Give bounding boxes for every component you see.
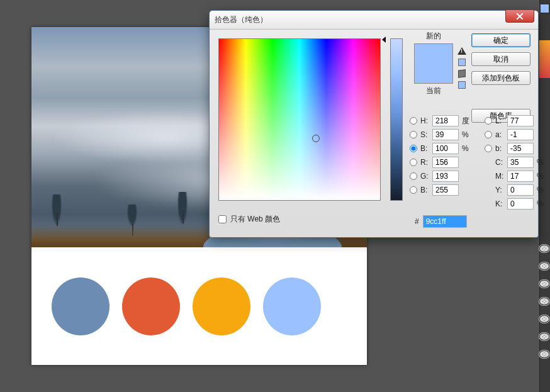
- preview-new: [415, 44, 452, 64]
- numeric-fields: H: 度 L: S: % a: B: % b:: [410, 115, 544, 210]
- unit-s: %: [461, 130, 469, 139]
- gamut-swatch-icon[interactable]: [458, 59, 466, 66]
- input-l[interactable]: [507, 115, 534, 126]
- input-c[interactable]: [507, 157, 534, 168]
- unit-h: 度: [461, 116, 469, 126]
- label-k: K:: [495, 199, 505, 208]
- radio-r[interactable]: [410, 159, 417, 166]
- radio-b-blue[interactable]: [410, 186, 417, 194]
- unit-k: %: [536, 199, 544, 208]
- input-h[interactable]: [432, 115, 459, 126]
- panel-gradient-thumb: [539, 40, 550, 78]
- layer-visibility-column: [539, 245, 550, 357]
- web-only-checkbox[interactable]: [218, 215, 227, 223]
- field-marker-icon: [382, 36, 386, 43]
- dialog-titlebar[interactable]: 拾色器（纯色）: [210, 11, 538, 30]
- palette-row: [31, 247, 367, 365]
- input-g[interactable]: [432, 171, 459, 182]
- close-button[interactable]: [505, 10, 534, 23]
- hex-prefix: #: [415, 217, 419, 226]
- input-lab-b[interactable]: [507, 143, 534, 154]
- input-a[interactable]: [507, 129, 534, 140]
- label-g: G:: [420, 172, 430, 181]
- sv-cursor-icon: [312, 135, 320, 142]
- eye-icon[interactable]: [540, 263, 549, 269]
- palette-swatch: [52, 277, 109, 335]
- gamut-warning-icon[interactable]: [457, 47, 466, 55]
- color-preview: 新的 当前: [412, 31, 456, 98]
- web-only-label: 只有 Web 颜色: [230, 214, 280, 225]
- palette-swatch: [263, 277, 321, 335]
- ok-button[interactable]: 确定: [471, 33, 530, 47]
- unit-y: %: [536, 186, 544, 194]
- eye-icon[interactable]: [540, 316, 549, 322]
- hex-input[interactable]: [423, 215, 467, 228]
- eye-icon[interactable]: [540, 298, 549, 305]
- label-bv: B:: [420, 144, 430, 153]
- palette-swatch: [193, 277, 250, 335]
- label-c: C:: [495, 158, 505, 167]
- radio-l[interactable]: [485, 117, 492, 125]
- input-bv[interactable]: [432, 143, 459, 154]
- label-lab-b: b:: [495, 144, 505, 153]
- close-icon: [516, 13, 524, 20]
- input-bc[interactable]: [432, 184, 459, 196]
- cancel-button[interactable]: 取消: [471, 52, 530, 66]
- websafe-swatch-icon[interactable]: [458, 81, 466, 89]
- eye-icon[interactable]: [540, 281, 549, 287]
- input-m[interactable]: [507, 171, 534, 182]
- unit-m: %: [536, 172, 544, 181]
- preview-current: [415, 64, 452, 83]
- eye-icon[interactable]: [540, 351, 549, 357]
- eye-icon[interactable]: [540, 245, 549, 252]
- label-bc: B:: [420, 186, 430, 194]
- current-label: 当前: [412, 86, 456, 96]
- label-m: M:: [495, 172, 505, 181]
- radio-a[interactable]: [485, 131, 492, 138]
- foreground-color-swatch[interactable]: [539, 3, 550, 14]
- radio-g[interactable]: [410, 172, 417, 180]
- color-picker-dialog: 拾色器（纯色） 新的 当前 确定 取消 添加到色板: [209, 10, 539, 238]
- dialog-title: 拾色器（纯色）: [215, 14, 533, 25]
- hue-slider[interactable]: [390, 38, 403, 201]
- label-y: Y:: [495, 186, 505, 194]
- label-s: S:: [420, 130, 430, 139]
- input-k[interactable]: [507, 198, 534, 210]
- eye-icon[interactable]: [540, 333, 549, 340]
- radio-lab-b[interactable]: [485, 145, 492, 152]
- input-y[interactable]: [507, 184, 534, 196]
- label-l: L:: [495, 116, 505, 125]
- palette-swatch: [122, 277, 180, 335]
- radio-s[interactable]: [410, 131, 417, 138]
- new-label: 新的: [412, 31, 456, 42]
- label-r: R:: [420, 158, 430, 167]
- radio-h[interactable]: [410, 117, 417, 125]
- input-s[interactable]: [432, 129, 459, 140]
- input-r[interactable]: [432, 157, 459, 168]
- saturation-value-field[interactable]: [218, 38, 381, 201]
- label-a: a:: [495, 130, 505, 139]
- unit-bv: %: [461, 144, 469, 153]
- label-h: H:: [420, 116, 430, 125]
- cube-icon[interactable]: [458, 69, 466, 78]
- add-to-swatches-button[interactable]: 添加到色板: [471, 71, 530, 85]
- radio-b-brightness[interactable]: [410, 145, 417, 152]
- unit-c: %: [536, 158, 544, 167]
